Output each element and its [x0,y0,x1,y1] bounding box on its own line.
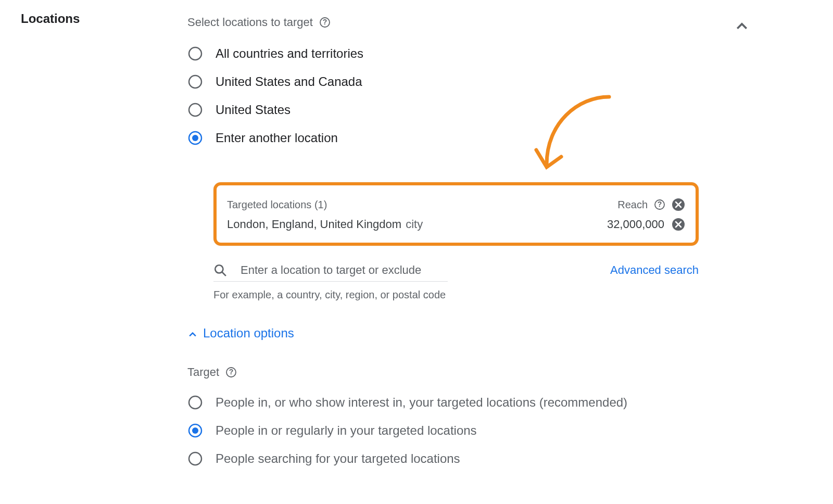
radio-target-search-interest[interactable]: People searching for your targeted locat… [187,445,739,473]
targeted-location-name: London, England, United Kingdom [227,218,401,231]
svg-point-2 [189,47,201,60]
chevron-up-icon [187,328,198,338]
search-icon [213,263,227,277]
advanced-search-link[interactable]: Advanced search [610,263,699,277]
target-label: Target [187,366,219,379]
remove-targeted-location-button[interactable] [672,218,685,231]
svg-text:?: ? [658,200,662,208]
targeted-location-reach: 32,000,000 [607,218,664,231]
radio-target-presence-interest[interactable]: People in, or who show interest in, your… [187,388,739,417]
radio-enter-another[interactable]: Enter another location [187,124,739,152]
help-icon[interactable]: ? [225,367,237,378]
svg-text:?: ? [323,18,327,26]
search-underline [213,281,448,282]
reach-label: Reach [617,199,648,211]
svg-point-21 [189,452,201,465]
target-radio-group: People in, or who show interest in, your… [187,388,739,473]
location-options-label: Location options [203,326,294,341]
radio-target-presence[interactable]: People in or regularly in your targeted … [187,417,739,445]
radio-label: United States and Canada [216,74,362,89]
radio-label: Enter another location [216,131,338,145]
radio-all-countries[interactable]: All countries and territories [187,40,739,68]
svg-point-9 [192,135,198,141]
svg-point-4 [189,75,201,88]
radio-label: People searching for your targeted locat… [216,451,460,466]
location-search-input[interactable] [241,261,449,279]
radio-label: United States [216,103,291,117]
targeted-location-type: city [406,218,423,231]
help-icon[interactable]: ? [654,199,665,210]
radio-us[interactable]: United States [187,96,739,124]
location-options-toggle[interactable]: Location options [187,326,294,341]
collapse-section-button[interactable] [734,19,750,34]
select-locations-label: Select locations to target [187,16,313,29]
help-icon[interactable]: ? [319,17,331,28]
search-example-text: For example, a country, city, region, or… [213,289,739,301]
svg-point-17 [189,396,201,409]
svg-point-14 [215,265,223,273]
targeted-locations-header: Targeted locations (1) [227,199,327,211]
radio-label: People in, or who show interest in, your… [216,395,627,410]
targeted-location-row: London, England, United Kingdom city 32,… [227,218,685,231]
radio-label: All countries and territories [216,46,363,61]
section-title: Locations [21,11,80,26]
svg-point-6 [189,104,201,116]
location-scope-radio-group: All countries and territories United Sta… [187,40,739,152]
radio-us-canada[interactable]: United States and Canada [187,68,739,96]
svg-point-20 [192,427,198,434]
targeted-locations-panel: Targeted locations (1) Reach ? London, E… [213,182,699,246]
clear-all-targeted-button[interactable] [672,198,685,211]
radio-label: People in or regularly in your targeted … [216,423,477,438]
svg-text:?: ? [229,368,234,376]
